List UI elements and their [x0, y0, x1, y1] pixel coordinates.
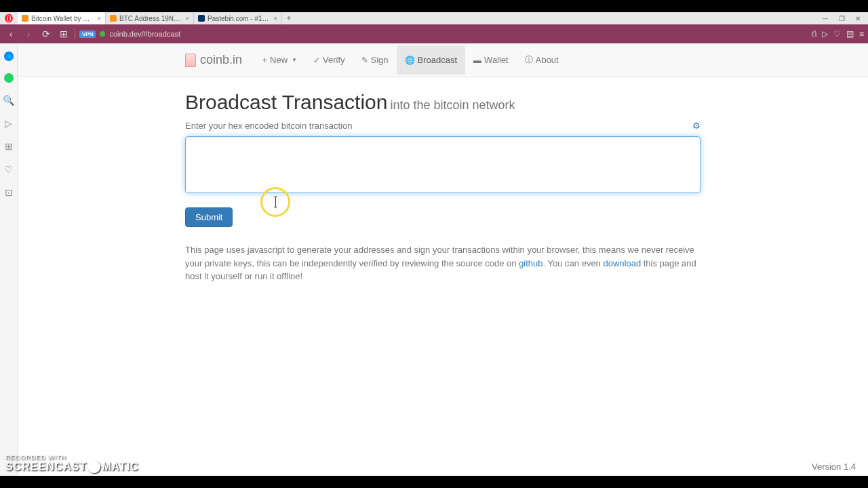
nav-label: New — [270, 55, 288, 65]
nav-broadcast[interactable]: 🌐 Broadcast — [397, 45, 466, 75]
gear-icon[interactable]: ⚙ — [692, 121, 701, 131]
play-sidebar-icon[interactable]: ▷ — [3, 118, 14, 129]
nav-sign[interactable]: ✎ Sign — [353, 45, 397, 75]
opera-menu-button[interactable] — [0, 12, 18, 24]
close-icon[interactable]: × — [273, 15, 277, 22]
menu-icon[interactable]: ≡ — [859, 29, 864, 39]
globe-icon: 🌐 — [405, 56, 415, 65]
brand-logo[interactable]: coinb.in — [185, 53, 254, 67]
sidebar-toggle-icon[interactable]: ▤ — [846, 29, 854, 39]
reload-button[interactable]: ⟳ — [39, 27, 53, 41]
grid-icon[interactable]: ⊞ — [3, 141, 14, 152]
clock-icon[interactable]: ⊡ — [3, 187, 14, 198]
version-label: Version 1.4 — [812, 462, 856, 472]
browser-tab-2[interactable]: Pastebin.com - #1 paste t × — [194, 12, 282, 24]
url-field[interactable]: coinb.dev/#broadcast — [109, 30, 808, 38]
nav-label: Wallet — [484, 55, 509, 65]
heart-icon[interactable]: ♡ — [833, 29, 841, 39]
page-content: coinb.in + New ▼ ✓ Verify ✎ Sign 🌐 Br — [18, 43, 868, 476]
nav-label: Broadcast — [418, 55, 458, 65]
plus-icon: + — [262, 56, 267, 65]
close-window-button[interactable]: ✕ — [850, 14, 865, 23]
transaction-hex-input[interactable] — [185, 136, 701, 193]
new-tab-button[interactable]: + — [282, 14, 296, 23]
nav-new[interactable]: + New ▼ — [254, 45, 305, 75]
page-subtitle: into the bitcoin network — [390, 98, 515, 112]
browser-tab-strip: Bitcoin Wallet by Coinb.in × BTC Address… — [0, 12, 868, 24]
helper-text: Enter your hex encoded bitcoin transacti… — [185, 121, 352, 131]
nav-verify[interactable]: ✓ Verify — [305, 45, 353, 75]
close-icon[interactable]: × — [185, 15, 189, 22]
submit-button[interactable]: Submit — [185, 207, 233, 227]
page-title: Broadcast Transaction — [185, 91, 388, 113]
coinbin-icon — [185, 54, 196, 67]
address-bar: ‹ › ⟳ ⊞ VPN coinb.dev/#broadcast ⎙ ▷ ♡ ▤… — [0, 24, 868, 43]
footer-disclaimer: This page uses javascript to generate yo… — [185, 243, 701, 283]
heart-sidebar-icon[interactable]: ♡ — [3, 164, 14, 175]
secure-indicator — [100, 31, 105, 37]
forward-button[interactable]: › — [22, 27, 35, 41]
nav-label: Sign — [371, 55, 389, 65]
bitcoin-favicon — [22, 15, 28, 22]
site-navbar: coinb.in + New ▼ ✓ Verify ✎ Sign 🌐 Br — [18, 43, 868, 77]
download-link[interactable]: download — [603, 258, 641, 268]
tab-title: Bitcoin Wallet by Coinb.in — [31, 15, 94, 22]
vpn-badge[interactable]: VPN — [79, 30, 96, 38]
pastebin-favicon — [198, 15, 205, 22]
wallet-icon: ▬ — [473, 56, 481, 65]
minimize-button[interactable]: ─ — [818, 14, 833, 23]
back-button[interactable]: ‹ — [4, 27, 18, 41]
snapshot-icon[interactable]: ⎙ — [812, 29, 816, 39]
github-link[interactable]: github — [519, 258, 542, 268]
bitcoin-favicon — [110, 15, 117, 22]
nav-about[interactable]: ⓘ About — [517, 45, 567, 75]
tab-title: Pastebin.com - #1 paste t — [208, 15, 271, 22]
opera-sidebar: 🔍 ▷ ⊞ ♡ ⊡ — [0, 43, 18, 476]
close-icon[interactable]: × — [97, 15, 101, 22]
speed-dial-button[interactable]: ⊞ — [57, 27, 71, 41]
messenger-icon[interactable] — [4, 52, 14, 61]
nav-wallet[interactable]: ▬ Wallet — [465, 45, 517, 75]
brand-text: coinb.in — [200, 53, 242, 67]
browser-tab-1[interactable]: BTC Address 19NvH4S3sni × — [106, 12, 194, 24]
footer-part2: . You can even — [543, 258, 604, 268]
svg-point-2 — [7, 15, 10, 21]
play-icon[interactable]: ▷ — [822, 29, 828, 39]
page-header: Broadcast Transaction into the bitcoin n… — [185, 91, 701, 114]
search-icon[interactable]: 🔍 — [3, 95, 14, 106]
nav-label: Verify — [323, 55, 345, 65]
check-icon: ✓ — [313, 56, 320, 65]
tab-title: BTC Address 19NvH4S3sni — [119, 15, 182, 22]
browser-tab-0[interactable]: Bitcoin Wallet by Coinb.in × — [18, 12, 106, 24]
maximize-button[interactable]: ❐ — [834, 14, 849, 23]
info-icon: ⓘ — [525, 54, 533, 66]
caret-down-icon: ▼ — [292, 57, 297, 63]
pencil-icon: ✎ — [361, 56, 368, 65]
nav-label: About — [536, 55, 559, 65]
whatsapp-icon[interactable] — [4, 73, 14, 83]
